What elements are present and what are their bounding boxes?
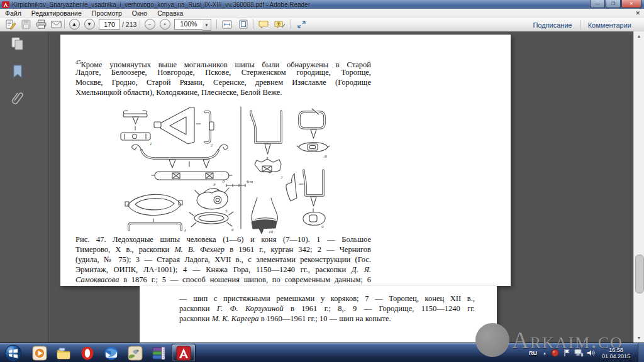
desktop: { "window": { "title": "Kirpichnikov_Sna…	[0, 0, 644, 362]
pdf-page-next: — шип с пристяжными ремешками у коряков;…	[140, 286, 497, 343]
zoom-out-button[interactable]: −	[143, 18, 157, 30]
email-button[interactable]	[49, 18, 63, 30]
minimize-button[interactable]: —	[590, 0, 605, 8]
toolbar-right-group: Подписание Комментарии	[525, 18, 639, 31]
spike-1-drawing	[121, 111, 150, 140]
toolbar-separator	[140, 19, 140, 29]
fit-page-button[interactable]	[236, 18, 250, 30]
thunderbird-mail-icon[interactable]	[100, 344, 123, 361]
show-desktop-button[interactable]	[638, 343, 644, 362]
figure-scale-bar	[226, 184, 245, 187]
figure-label-8: 8	[325, 154, 327, 159]
tray-time: 16:58	[602, 347, 630, 353]
fit-width-button[interactable]	[220, 18, 234, 30]
unknown-app-icon[interactable]	[124, 344, 147, 361]
tray-expand-icon[interactable]: ▲	[540, 351, 549, 355]
scroll-down-icon[interactable]: ▼	[634, 333, 644, 343]
page-total-label: / 213	[122, 21, 136, 28]
system-tray: RU ▲ 16:58 01.04.2015	[526, 343, 644, 362]
navigation-pane	[0, 31, 48, 343]
clock[interactable]: 16:58 01.04.2015	[597, 347, 635, 359]
close-button[interactable]: ✕	[621, 0, 641, 8]
toolbar-separator	[216, 19, 217, 29]
scroll-up-icon[interactable]: ▲	[634, 31, 644, 41]
sign-button[interactable]: Подписание	[525, 21, 579, 29]
printer-icon	[36, 19, 47, 29]
figure-caption: Рис. 47. Ледоходные шипы человека (1—6) …	[75, 234, 371, 285]
print-button[interactable]	[34, 18, 48, 30]
adobe-reader-icon	[2, 1, 9, 8]
window-controls: — ❐ ✕	[589, 0, 641, 8]
figure-label-6: 6	[231, 228, 234, 233]
volume-icon[interactable]	[586, 348, 596, 358]
menu-edit[interactable]: Редактирование	[26, 9, 87, 18]
figure-47-illustration: 1 2 3 4 5 6 7 8 9 10 0 4см	[116, 105, 362, 234]
save-floppy-icon	[21, 19, 31, 29]
envelope-icon	[51, 21, 62, 28]
taskbar: RU ▲ 16:58 01.04.2015	[0, 343, 644, 362]
menu-file[interactable]: Файл	[0, 9, 26, 18]
menu-view[interactable]: Просмотр	[87, 9, 127, 18]
winrar-icon[interactable]	[148, 344, 170, 361]
figure-label-10: 10	[269, 229, 274, 234]
chevron-down-icon: ▾	[206, 23, 208, 27]
fit-width-icon	[222, 20, 232, 29]
opera-browser-icon[interactable]	[76, 344, 99, 361]
antivirus-tray-icon[interactable]	[550, 348, 560, 358]
zoom-dropdown-button[interactable]: ▾	[203, 19, 211, 31]
fit-page-icon	[239, 19, 248, 29]
network-icon[interactable]	[574, 348, 584, 358]
scale-4cm-label: 4см	[246, 179, 253, 184]
spike-4-drawing	[125, 194, 182, 230]
close-document-icon[interactable]: ✕	[635, 9, 640, 18]
previous-page-button[interactable]: ▲	[67, 18, 81, 30]
figure-label-3: 3	[213, 182, 216, 187]
text-note-icon	[274, 20, 286, 29]
page-thumbnails-icon[interactable]	[10, 36, 25, 52]
hoof-10-drawing	[252, 197, 278, 234]
arrow-down-icon: ▼	[84, 19, 95, 30]
window-title: Kirpichnikov_Snaryazhenie_vsadnika_i_ver…	[12, 1, 310, 8]
zoom-in-button[interactable]: +	[158, 18, 172, 30]
adobe-reader-icon	[176, 346, 191, 361]
spike-8-drawing	[297, 109, 330, 152]
spike-2-drawing	[154, 107, 214, 144]
start-button[interactable]	[3, 344, 24, 362]
menu-help[interactable]: Справка	[152, 9, 188, 18]
toolbar-separator	[253, 19, 253, 29]
page-number-input[interactable]	[99, 19, 120, 30]
figure-caption-continued: — шип с пристяжными ремешками у коряков;…	[179, 293, 475, 324]
comments-button[interactable]: Комментарии	[580, 21, 639, 29]
bookmarks-icon[interactable]	[10, 64, 25, 79]
window-titlebar: Kirpichnikov_Snaryazhenie_vsadnika_i_ver…	[0, 0, 644, 9]
minus-icon: −	[145, 19, 155, 30]
media-player-icon[interactable]	[28, 344, 51, 361]
scrollbar-thumb[interactable]	[635, 255, 644, 293]
zoom-level-value[interactable]: 100%	[174, 19, 203, 30]
fullscreen-button[interactable]	[294, 18, 308, 30]
vertical-scrollbar[interactable]: ▲ ▼	[633, 31, 644, 343]
next-page-button[interactable]: ▼	[82, 18, 96, 30]
explorer-folder-icon[interactable]	[52, 344, 75, 361]
spike-3-drawing	[132, 145, 233, 180]
attachments-paperclip-icon[interactable]	[10, 90, 25, 106]
arrow-up-icon: ▲	[69, 19, 80, 30]
toolbar-separator	[64, 19, 65, 29]
plus-icon: +	[160, 19, 170, 30]
figure-label-5: 5	[225, 209, 228, 214]
taskbar-icons	[0, 343, 196, 362]
spike-9-drawing	[286, 170, 325, 225]
highlight-note-button[interactable]	[273, 18, 287, 30]
menu-window[interactable]: Окно	[127, 9, 152, 18]
maximize-button[interactable]: ❐	[606, 0, 621, 8]
action-center-flag-icon[interactable]	[562, 348, 572, 358]
create-pdf-button[interactable]	[4, 18, 18, 30]
body-paragraph: 45Кроме упомянутых выше могильников шипы…	[75, 57, 371, 97]
language-indicator[interactable]: RU	[526, 350, 540, 356]
speech-bubble-icon	[258, 20, 269, 29]
adobe-reader-taskbar-button[interactable]	[172, 344, 196, 362]
scale-zero-label: 0	[223, 179, 225, 184]
expand-arrows-icon	[297, 20, 306, 29]
comment-bubble-button[interactable]	[257, 18, 270, 30]
save-button[interactable]	[19, 18, 33, 30]
